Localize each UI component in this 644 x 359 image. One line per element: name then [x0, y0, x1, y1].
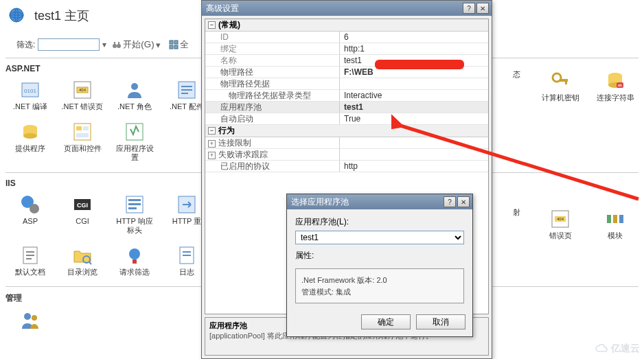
globe-icon [5, 4, 27, 26]
pool-titlebar[interactable]: 选择应用程序池 ? ✕ [287, 194, 472, 209]
svg-rect-24 [76, 126, 82, 130]
svg-rect-25 [83, 126, 89, 130]
expand-icon[interactable]: + [208, 152, 216, 159]
cancel-button[interactable]: 取消 [416, 314, 465, 329]
svg-rect-17 [181, 86, 192, 87]
row-name[interactable]: 名称test1 [205, 55, 488, 67]
icon-asp[interactable]: ASP [5, 191, 55, 238]
collapse-icon[interactable]: − [208, 127, 216, 135]
binoculars-icon [112, 40, 122, 49]
select-app-pool-dialog: 选择应用程序池 ? ✕ 应用程序池(L): test1 属性: .Net Fra… [286, 194, 473, 337]
icon-conn-string[interactable]: ab连接字符串 [590, 67, 640, 105]
svg-point-22 [23, 133, 37, 139]
svg-text:ab: ab [618, 83, 623, 87]
pool-select[interactable]: test1 [295, 231, 464, 244]
svg-point-49 [32, 315, 37, 321]
icon-machine-key[interactable]: 计算机密钥 [536, 67, 585, 105]
icon-request-filter[interactable]: 请求筛选 [110, 242, 159, 279]
row-autostart[interactable]: 自动启动True [205, 113, 488, 125]
pool-properties: .Net Framework 版本: 2.0 管道模式: 集成 [295, 268, 464, 303]
row-protocols[interactable]: 已启用的协议http [205, 161, 488, 172]
row-binding[interactable]: 绑定http:1 [205, 43, 488, 55]
icon-dir-browse[interactable]: 目录浏览 [58, 242, 107, 279]
dropdown-icon: ▾ [156, 40, 161, 50]
row-app-pool[interactable]: 应用程序池test1 [205, 102, 488, 113]
icon-cgi[interactable]: CGICGI [58, 191, 107, 238]
help-button[interactable]: ? [463, 3, 475, 14]
icon-error-pages[interactable]: 404错误页 [536, 205, 585, 243]
icon-providers[interactable]: 提供程序 [5, 118, 55, 165]
svg-rect-52 [565, 82, 567, 84]
close-button[interactable]: ✕ [476, 3, 489, 14]
start-label: 开始(G) [123, 38, 154, 51]
icon-net-role[interactable]: .NET 角色 [110, 76, 159, 114]
adv-titlebar[interactable]: 高级设置 ? ✕ [202, 1, 492, 16]
svg-point-43 [129, 248, 140, 259]
filter-label: 筛选: [16, 39, 35, 51]
asp-icon [19, 194, 41, 216]
svg-rect-34 [128, 203, 141, 205]
svg-text:404: 404 [79, 88, 87, 92]
help-button[interactable]: ? [444, 196, 456, 207]
svg-point-15 [131, 83, 138, 90]
category-behavior[interactable]: −行为 [205, 125, 488, 137]
filter-dropdown-icon[interactable]: ▾ [102, 40, 106, 49]
row-path[interactable]: 物理路径F:\WEB [205, 67, 488, 78]
row-id[interactable]: ID6 [205, 32, 488, 43]
adv-title: 高级设置 [206, 3, 461, 14]
svg-rect-18 [181, 89, 192, 91]
svg-rect-5 [118, 42, 119, 45]
expand-icon[interactable]: + [208, 140, 216, 148]
icon-app-settings[interactable]: 应用程序设置 [110, 118, 159, 165]
start-button[interactable]: 开始(G) ▾ [109, 37, 163, 52]
row-failed-trace[interactable]: +失败请求跟踪 [205, 149, 488, 161]
svg-rect-61 [607, 215, 611, 223]
key-icon [549, 70, 571, 92]
icon-modules[interactable]: 模块 [590, 205, 640, 243]
ok-button[interactable]: 确定 [361, 314, 411, 329]
svg-rect-40 [26, 258, 32, 259]
modules-icon [604, 208, 626, 230]
svg-rect-35 [128, 207, 137, 209]
grid-icon [169, 40, 179, 49]
svg-rect-19 [181, 93, 188, 94]
row-conn-limit[interactable]: +连接限制 [205, 137, 488, 149]
svg-text:404: 404 [557, 217, 564, 221]
showall-button[interactable]: 全 [166, 37, 192, 52]
pool-props-label: 属性: [295, 250, 464, 262]
pool-framework: .Net Framework 版本: 2.0 [301, 275, 458, 286]
svg-point-48 [24, 313, 31, 320]
svg-rect-7 [174, 40, 178, 44]
log-icon [176, 244, 198, 266]
icon-config-editor[interactable] [5, 307, 55, 336]
filter-input[interactable] [38, 38, 100, 51]
icon-net-error[interactable]: 404.NET 错误页 [58, 76, 107, 114]
icon-compress[interactable]: 射 [503, 205, 530, 243]
row-logon-type[interactable]: 物理路径凭据登录类型Interactive [205, 90, 488, 102]
error-page-icon: 404 [71, 79, 93, 101]
filter-icon [124, 244, 146, 266]
svg-rect-46 [183, 251, 191, 253]
svg-rect-23 [74, 124, 91, 140]
icon-net-compile[interactable]: 0101.NET 编译 [5, 76, 55, 114]
icon-pages-controls[interactable]: 页面和控件 [58, 118, 107, 165]
svg-rect-51 [560, 79, 568, 82]
svg-text:0101: 0101 [24, 88, 36, 94]
right-panel: 态 计算机密钥 ab连接字符串 射 404错误页 模块 [503, 67, 644, 243]
icon-state[interactable]: 态 [503, 67, 530, 105]
collapse-icon[interactable]: − [208, 21, 216, 29]
icon-http-response[interactable]: HTTP 响应标头 [110, 191, 159, 238]
compile-icon: 0101 [19, 79, 41, 101]
icon-default-doc[interactable]: 默认文档 [5, 242, 55, 279]
pool-select-label: 应用程序池(L): [295, 216, 464, 228]
redirect-icon [176, 194, 198, 216]
svg-rect-47 [183, 255, 191, 256]
page-title: test1 主页 [34, 8, 89, 24]
config-icon [176, 79, 198, 101]
close-button[interactable]: ✕ [457, 196, 470, 207]
svg-rect-4 [114, 42, 115, 45]
category-general[interactable]: −(常规) [205, 19, 488, 32]
svg-rect-44 [133, 259, 137, 264]
row-credentials[interactable]: 物理路径凭据 [205, 78, 488, 90]
svg-rect-39 [26, 255, 34, 256]
